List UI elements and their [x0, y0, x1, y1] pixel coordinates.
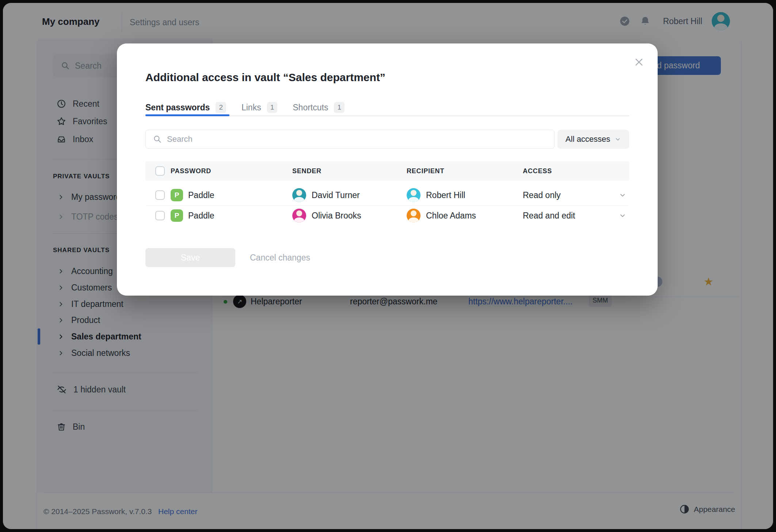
active-tab-underline [145, 114, 229, 116]
tab-sent-passwords[interactable]: Sent passwords 2 [145, 99, 226, 116]
save-button[interactable]: Save [145, 248, 235, 267]
tab-count-badge: 1 [334, 102, 345, 113]
tab-shortcuts[interactable]: Shortcuts 1 [293, 99, 345, 116]
modal-title: Additional access in vault “Sales depart… [145, 71, 385, 84]
table-header: PASSWORD SENDER RECIPIENT ACCESS [145, 161, 629, 181]
additional-access-modal: Additional access in vault “Sales depart… [117, 43, 658, 296]
modal-tabs: Sent passwords 2 Links 1 Shortcuts 1 [145, 99, 629, 116]
tab-label: Links [241, 103, 261, 113]
sender-avatar [292, 188, 306, 202]
password-type-icon: P [171, 209, 183, 222]
access-filter-dropdown[interactable]: All accesses [558, 130, 629, 149]
recipient-avatar [407, 188, 421, 202]
close-icon[interactable] [633, 56, 645, 68]
app-window: My company Settings and users Robert Hil… [3, 3, 773, 529]
modal-search-input[interactable] [167, 134, 547, 144]
recipient-name: Chloe Adams [426, 211, 476, 221]
access-level-value[interactable]: Read and edit [523, 211, 575, 221]
modal-search-field[interactable] [145, 130, 555, 149]
table-row: P Paddle Olivia Brooks Chloe Adams Read … [145, 206, 629, 226]
cancel-changes-link[interactable]: Cancel changes [250, 253, 310, 263]
search-icon [153, 135, 162, 144]
recipient-avatar [407, 209, 421, 223]
column-header-sender: SENDER [292, 167, 322, 175]
filter-label: All accesses [566, 134, 610, 144]
tab-label: Sent passwords [145, 103, 210, 113]
sender-name: David Turner [312, 190, 360, 200]
select-all-checkbox[interactable] [155, 166, 165, 176]
sender-name: Olivia Brooks [312, 211, 361, 221]
modal-search-row: All accesses [145, 130, 629, 149]
access-level-value[interactable]: Read only [523, 190, 561, 200]
tab-count-badge: 2 [216, 102, 226, 113]
chevron-down-icon[interactable] [619, 212, 626, 219]
row-checkbox[interactable] [155, 190, 165, 200]
column-header-access: ACCESS [523, 167, 552, 175]
column-header-password: PASSWORD [171, 167, 211, 175]
column-header-recipient: RECIPIENT [407, 167, 444, 175]
recipient-name: Robert Hill [426, 190, 465, 200]
tab-label: Shortcuts [293, 103, 328, 113]
tab-count-badge: 1 [267, 102, 278, 113]
chevron-down-icon[interactable] [619, 191, 626, 199]
tab-links[interactable]: Links 1 [241, 99, 277, 116]
password-name[interactable]: Paddle [188, 190, 214, 200]
row-checkbox[interactable] [155, 211, 165, 220]
password-name[interactable]: Paddle [188, 211, 214, 221]
sender-avatar [292, 209, 306, 223]
table-row: P Paddle David Turner Robert Hill Read o… [145, 185, 629, 205]
chevron-down-icon [615, 136, 621, 142]
password-type-icon: P [171, 189, 183, 201]
